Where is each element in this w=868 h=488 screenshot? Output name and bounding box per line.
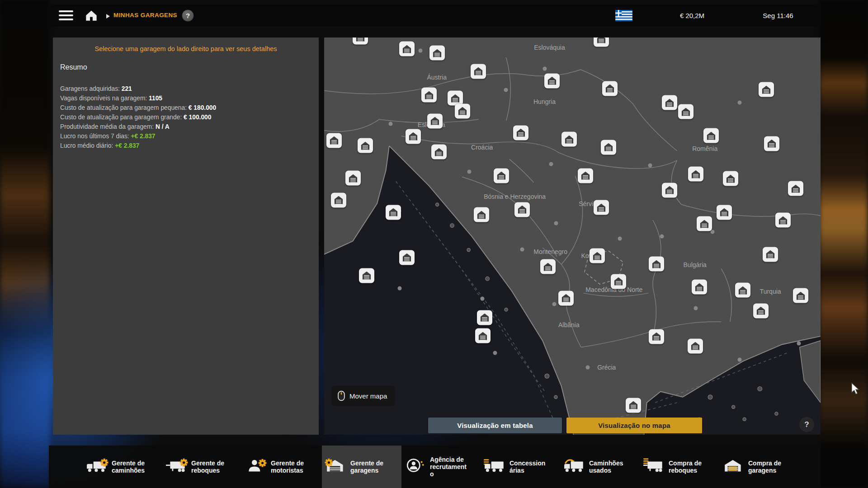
garage-marker[interactable] <box>735 283 750 298</box>
garage-marker[interactable] <box>494 168 509 183</box>
garage-glyph-icon <box>348 174 358 183</box>
garage-marker[interactable] <box>611 274 626 289</box>
garage-marker[interactable] <box>788 181 803 196</box>
garage-marker[interactable] <box>455 103 470 118</box>
garage-marker[interactable] <box>561 132 577 147</box>
garage-marker[interactable] <box>753 303 769 318</box>
summary-stat-row: Lucro nos últimos 7 dias: +€ 2.837 <box>60 131 312 141</box>
garage-marker[interactable] <box>764 136 779 151</box>
garage-marker[interactable] <box>594 200 609 215</box>
recruitment-agency-icon <box>404 458 427 475</box>
home-icon[interactable] <box>85 9 98 21</box>
garage-marker[interactable] <box>399 42 415 56</box>
garage-marker[interactable] <box>578 168 593 183</box>
garage-marker[interactable] <box>427 113 443 128</box>
garage-marker[interactable] <box>626 398 641 413</box>
garage-marker[interactable] <box>697 216 712 231</box>
toolbar-item-truck-manager[interactable]: Gerente de caminhões <box>83 446 163 488</box>
garage-marker[interactable] <box>692 280 707 295</box>
garage-marker[interactable] <box>723 171 738 186</box>
garage-glyph-icon <box>362 271 372 280</box>
trailer-manager-icon <box>165 458 188 475</box>
garage-marker[interactable] <box>601 140 616 155</box>
garage-marker[interactable] <box>688 338 703 353</box>
garage-marker[interactable] <box>471 64 486 79</box>
garage-marker[interactable] <box>590 249 605 263</box>
breadcrumb-arrow-icon <box>106 13 110 21</box>
garage-marker[interactable] <box>477 310 492 325</box>
breadcrumb[interactable]: MINHAS GARAGENS <box>113 12 177 19</box>
garage-marker[interactable] <box>540 259 556 274</box>
toolbar-item-driver-manager[interactable]: Gerente de motoristas <box>242 446 322 488</box>
garage-marker[interactable] <box>775 213 791 228</box>
garage-marker[interactable] <box>353 38 368 45</box>
garage-glyph-icon <box>665 186 675 195</box>
garage-marker[interactable] <box>345 171 361 186</box>
garage-marker[interactable] <box>474 207 489 222</box>
garage-marker[interactable] <box>386 205 401 220</box>
garage-manager-icon <box>325 458 347 475</box>
garage-glyph-icon <box>408 132 418 141</box>
garage-glyph-icon <box>628 401 638 410</box>
garage-marker[interactable] <box>759 82 774 97</box>
garage-marker[interactable] <box>359 268 374 283</box>
garage-marker[interactable] <box>662 95 677 110</box>
garage-glyph-icon <box>388 208 398 217</box>
garage-glyph-icon <box>651 332 661 341</box>
garage-marker[interactable] <box>331 192 346 207</box>
garage-marker[interactable] <box>429 46 445 61</box>
garage-glyph-icon <box>592 251 602 260</box>
garage-marker[interactable] <box>326 133 342 148</box>
table-view-button[interactable]: Visualização em tabela <box>428 418 562 433</box>
garage-marker[interactable] <box>514 202 530 217</box>
garage-glyph-icon <box>517 205 527 214</box>
toolbar-item-label: Gerente de caminhões <box>112 460 150 474</box>
menu-icon[interactable] <box>59 10 73 20</box>
garage-map[interactable]: EslováquiaÁustriaHungriaEslovêniaCroácia… <box>324 38 821 435</box>
garage-marker[interactable] <box>717 205 732 220</box>
map-help-button[interactable]: ? <box>799 417 814 432</box>
garage-glyph-icon <box>580 171 590 180</box>
garage-marker[interactable] <box>475 328 491 343</box>
garage-glyph-icon <box>605 84 615 93</box>
toolbar-item-recruitment-agency[interactable]: Agência de recrutamento <box>401 446 481 488</box>
garage-marker[interactable] <box>793 288 808 303</box>
garage-glyph-icon <box>564 135 574 144</box>
garage-glyph-icon <box>761 85 771 94</box>
garage-marker[interactable] <box>558 291 574 305</box>
garage-marker[interactable] <box>406 129 421 144</box>
garage-marker[interactable] <box>678 104 693 119</box>
move-map-label: Mover mapa <box>349 392 387 400</box>
garage-glyph-icon <box>450 94 460 103</box>
garage-marker[interactable] <box>513 125 528 140</box>
garage-marker[interactable] <box>594 38 609 47</box>
garage-marker[interactable] <box>649 329 664 344</box>
toolbar-item-trailer-manager[interactable]: Gerente de reboques <box>163 446 242 488</box>
header-help-button[interactable]: ? <box>182 9 194 22</box>
money-display: € 20,2M <box>656 12 728 19</box>
garage-marker[interactable] <box>703 128 719 143</box>
garage-glyph-icon <box>681 107 691 116</box>
garage-marker[interactable] <box>649 257 664 272</box>
garage-glyph-icon <box>699 219 709 228</box>
toolbar-item-used-trucks[interactable]: Caminhões usados <box>561 446 640 488</box>
toolbar-item-trailer-purchase[interactable]: Compra de reboques <box>640 446 720 488</box>
garage-marker[interactable] <box>399 250 415 265</box>
garage-marker[interactable] <box>421 88 437 103</box>
garage-marker[interactable] <box>763 247 778 262</box>
map-view-button[interactable]: Visualização no mapa <box>566 418 702 433</box>
map-canvas <box>324 38 821 435</box>
mouse-icon <box>338 390 345 401</box>
toolbar-item-garage-manager[interactable]: Gerente de garagens <box>322 446 401 488</box>
toolbar-item-garage-purchase[interactable]: Compra de garagens <box>720 446 799 488</box>
garage-glyph-icon <box>604 143 613 152</box>
garage-marker[interactable] <box>431 145 447 160</box>
garage-marker[interactable] <box>358 138 373 153</box>
garage-marker[interactable] <box>602 81 618 96</box>
toolbar-item-dealership[interactable]: Concessionárias <box>481 446 561 488</box>
garage-glyph-icon <box>355 38 365 42</box>
toolbar-item-label: Concessionárias <box>509 460 547 474</box>
garage-marker[interactable] <box>688 167 703 182</box>
garage-marker[interactable] <box>544 73 560 88</box>
garage-marker[interactable] <box>662 183 677 197</box>
